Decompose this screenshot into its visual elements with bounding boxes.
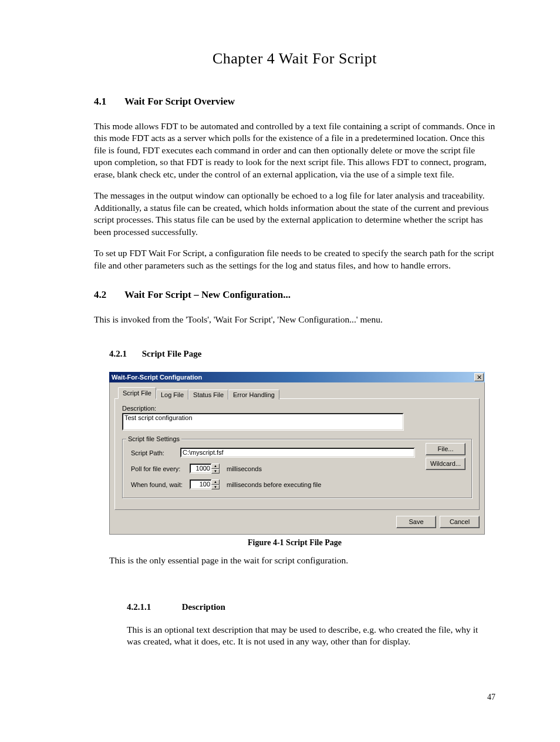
tab-status-file[interactable]: Status File [188,390,228,399]
tab-error-handling[interactable]: Error Handling [228,390,279,399]
tab-panel-script-file: Description: Test script configuration S… [114,398,480,510]
spin-down-icon[interactable]: ▼ [211,469,220,474]
close-icon[interactable]: ✕ [474,373,484,381]
figure-caption: Figure 4-1 Script File Page [94,538,495,548]
section-number: 4.2 [94,289,122,301]
wait-label: When found, wait: [131,481,190,488]
section-4.1-heading: 4.1 Wait For Script Overview [94,96,495,108]
file-button[interactable]: File... [426,443,465,455]
page-number: 47 [487,693,495,702]
script-path-label: Script Path: [131,449,180,456]
script-file-settings-group: Script file Settings File... Wildcard...… [122,439,472,498]
section-number: 4.1 [94,96,122,108]
paragraph: This mode allows FDT to be automated and… [94,120,495,180]
description-input[interactable]: Test script configuration [122,413,404,431]
poll-spinner[interactable]: ▲ ▼ [211,464,220,474]
subsection-number: 4.2.1 [109,349,140,359]
section-4.2-heading: 4.2 Wait For Script – New Configuration.… [94,289,495,301]
paragraph: The messages in the output window can op… [94,190,495,238]
wait-suffix: milliseconds before executing file [227,481,321,488]
poll-suffix: milliseconds [227,465,262,472]
paragraph: This is the only essential page in the w… [109,555,495,566]
section-title: Wait For Script – New Configuration... [124,289,291,300]
poll-label: Poll for file every: [131,465,190,472]
paragraph: To set up FDT Wait For Script, a configu… [94,247,495,271]
save-button[interactable]: Save [396,516,436,528]
tabstrip: Script File Log File Status File Error H… [118,387,480,399]
description-label: Description: [122,405,472,412]
subsection-title: Script File Page [142,349,202,358]
poll-interval-input[interactable]: 1000 [190,464,212,474]
subsection-4.2.1-heading: 4.2.1 Script File Page [109,349,495,359]
dialog-titlebar: Wait-For-Script Configuration ✕ [109,372,485,382]
wildcard-button[interactable]: Wildcard... [426,458,465,470]
tab-log-file[interactable]: Log File [156,390,188,399]
dialog-title: Wait-For-Script Configuration [112,374,474,381]
subsubsection-title: Description [182,602,225,612]
paragraph: This is an optional text description tha… [127,624,490,648]
subsubsection-number: 4.2.1.1 [127,602,180,612]
script-path-input[interactable]: C:\myscript.fsf [180,448,415,458]
spin-up-icon[interactable]: ▲ [211,464,220,469]
wait-interval-input[interactable]: 100 [190,479,212,489]
dialog-screenshot: Wait-For-Script Configuration ✕ Script F… [109,372,485,535]
groupbox-legend: Script file Settings [126,435,181,442]
spin-up-icon[interactable]: ▲ [211,479,220,485]
dialog-body: Script File Log File Status File Error H… [109,382,485,535]
paragraph: This is invoked from the 'Tools', 'Wait … [94,314,495,325]
subsubsection-4.2.1.1-heading: 4.2.1.1 Description [127,602,495,612]
wait-spinner[interactable]: ▲ ▼ [211,479,220,489]
tab-script-file[interactable]: Script File [118,387,156,399]
spin-down-icon[interactable]: ▼ [211,485,220,490]
chapter-title: Chapter 4 Wait For Script [94,50,495,68]
cancel-button[interactable]: Cancel [440,516,480,528]
section-title: Wait For Script Overview [124,96,235,107]
